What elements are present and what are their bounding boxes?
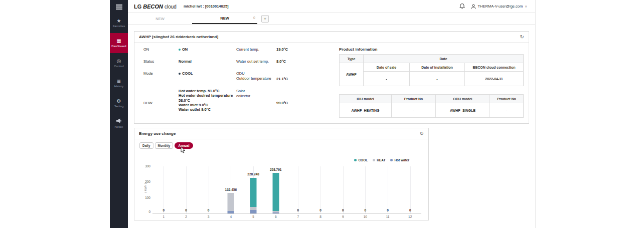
- bar-value-label: 0: [185, 208, 187, 212]
- chart-plot: 300 200 100 0 010203132.4564228.2485258.…: [152, 166, 421, 214]
- x-axis-label: 7: [297, 215, 299, 218]
- x-axis-label: 5: [252, 215, 254, 218]
- menu-icon[interactable]: [110, 0, 128, 13]
- sidebar-item-label: Notice: [114, 125, 123, 128]
- water-out-set-temp-value: 8.0°C: [276, 59, 335, 64]
- y-tick: 0: [138, 210, 150, 213]
- sidebar: ★ Favorites ▦ Dashboard ◎ Control ≣ Hist…: [110, 0, 128, 228]
- dhw-line: Water outlet 9.0°C: [179, 107, 235, 112]
- bar-value-label: 0: [163, 208, 165, 212]
- becon-cloud-connection-header: BECON cloud connection: [465, 63, 524, 72]
- tab-new-inactive[interactable]: NEW: [128, 13, 192, 24]
- sidebar-item-label: Setting: [114, 105, 124, 108]
- bar-segment-hot-water: [228, 211, 234, 213]
- odu-label-line1: ODU: [236, 71, 276, 76]
- x-axis-label: 10: [364, 215, 367, 218]
- bar-value-label: 228.248: [247, 172, 259, 176]
- mode-value: COOL: [179, 71, 236, 76]
- gridline: [410, 166, 411, 213]
- chart-column: 02: [175, 166, 198, 213]
- sidebar-item-control[interactable]: ◎ Control: [110, 53, 128, 73]
- megaphone-icon: [116, 118, 122, 124]
- gridline: [298, 166, 298, 213]
- daily-button[interactable]: Daily: [139, 142, 153, 149]
- chart-column: 012: [399, 166, 421, 213]
- product-information-title: Product information: [339, 47, 524, 52]
- sidebar-item-favorites[interactable]: ★ Favorites: [110, 13, 128, 33]
- chart-column: 01: [152, 166, 175, 213]
- solar-label-line1: Solar: [236, 89, 276, 94]
- monthly-button[interactable]: Monthly: [155, 142, 174, 149]
- legend-item-cool: COOL: [354, 158, 368, 162]
- chart-column: 09: [332, 166, 354, 213]
- dhw-line: Hot water desired temperature 58.0°C: [179, 93, 235, 103]
- power-value-text: ON: [182, 47, 188, 52]
- chart-column: 228.2485: [242, 166, 265, 213]
- chart-column: 132.4564: [220, 166, 242, 213]
- mode-label: Mode: [143, 71, 179, 76]
- chart-column: 03: [197, 166, 220, 213]
- add-tab-button[interactable]: +: [261, 15, 269, 23]
- main-area: LG BECON cloud michel iwt : [0010014625]…: [128, 0, 536, 228]
- heat-legend-dot: [373, 159, 375, 161]
- sidebar-item-setting[interactable]: ⚙ Setting: [110, 93, 128, 113]
- heat-legend-label: HEAT: [377, 158, 385, 162]
- gridline: [164, 166, 164, 213]
- chart-column: 011: [377, 166, 399, 213]
- refresh-icon[interactable]: ↻: [420, 131, 424, 136]
- star-icon: ★: [117, 19, 121, 24]
- dashboard-icon: ▦: [116, 39, 121, 44]
- chart-column: 08: [309, 166, 332, 213]
- bar-value-label: 0: [319, 208, 321, 212]
- x-axis-label: 1: [163, 215, 165, 218]
- type-header: Type: [340, 55, 364, 63]
- sidebar-item-dashboard[interactable]: ▦ Dashboard: [110, 33, 128, 53]
- becon-wordmark: BECON: [143, 4, 163, 10]
- mouse-cursor-icon: [181, 146, 186, 155]
- sidebar-item-label: History: [114, 85, 124, 88]
- gridline: [209, 166, 209, 213]
- bar-segment-cool: [250, 178, 257, 207]
- type-value-cell: AWHP: [340, 63, 364, 86]
- odu-model-value: AWHP_SINGLE: [436, 103, 490, 118]
- tab-new-active[interactable]: NEW: [192, 13, 257, 24]
- odu-outdoor-temp-label: ODU Outdoor temperature: [236, 71, 276, 81]
- bar-value-label: 0: [208, 208, 210, 212]
- bar-value-label: 0: [365, 208, 367, 212]
- control-icon: ◎: [117, 59, 121, 64]
- account-email: THERMA-V-user@lge.com: [478, 4, 523, 9]
- energy-panel: Energy use change ↻ Daily Monthly Annual: [134, 128, 429, 220]
- power-value: ON: [179, 47, 236, 52]
- sidebar-item-notice[interactable]: Notice: [110, 113, 128, 133]
- power-label: ON: [143, 47, 179, 52]
- chevron-down-icon: ∨: [525, 5, 527, 9]
- refresh-icon[interactable]: ↻: [520, 35, 524, 40]
- bar-stack: [272, 173, 279, 213]
- bar-value-label: 0: [387, 208, 389, 212]
- gridline: [365, 166, 366, 213]
- energy-body: Daily Monthly Annual COOL: [134, 139, 428, 221]
- status-grid: ON ON Current temp. 19.0°C Status Normal…: [143, 46, 335, 118]
- solar-label-line2: collector: [236, 94, 276, 99]
- bell-icon[interactable]: [459, 2, 465, 11]
- lg-logo: LG: [134, 4, 141, 10]
- account-menu[interactable]: THERMA-V-user@lge.com ∨: [471, 2, 527, 11]
- odu-product-no-value: -: [490, 103, 524, 118]
- chart-legend: COOL HEAT Hot water: [354, 158, 409, 162]
- bar-value-label: 0: [297, 208, 299, 212]
- sidebar-item-label: Control: [114, 65, 123, 68]
- idu-model-value: AWHP_HEATING: [340, 103, 392, 118]
- date-of-installation-header: Date of installation: [410, 63, 465, 72]
- awhp-panel-title: AWHP [slinghof 26 ridderkerk netherland]: [139, 35, 218, 39]
- sidebar-item-history[interactable]: ≣ History: [110, 73, 128, 93]
- site-label: michel iwt : [0010014625]: [184, 4, 229, 9]
- x-axis-label: 9: [342, 215, 344, 218]
- dhw-label: DHW: [143, 101, 179, 105]
- status-label: Status: [143, 59, 179, 64]
- date-of-installation-value: -: [410, 72, 465, 86]
- x-axis-label: 11: [386, 215, 390, 218]
- x-axis-label: 2: [185, 215, 187, 218]
- water-out-set-temp-label: Water out set temp.: [236, 59, 276, 64]
- gridline: [186, 166, 187, 213]
- dhw-line: Water inlet 9.0°C: [179, 103, 235, 107]
